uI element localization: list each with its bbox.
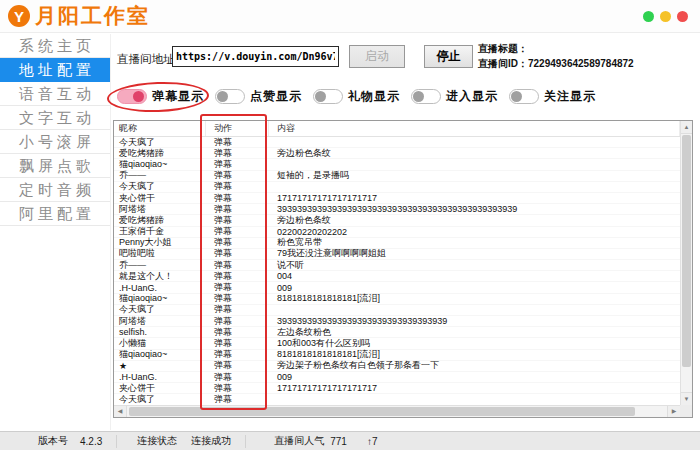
sidebar-item-3[interactable]: 语音互动 bbox=[0, 82, 110, 106]
sidebar-item-8[interactable]: 阿里配置 bbox=[0, 202, 110, 226]
vertical-scrollbar[interactable]: ▲ ▼ bbox=[680, 121, 692, 405]
table-cell: .H-UanG. bbox=[114, 283, 206, 293]
room-id-label: 直播间ID： bbox=[478, 58, 528, 69]
column-header-nickname[interactable]: 昵称 bbox=[114, 121, 206, 136]
sidebar: 系统主页地址配置语音互动文字互动小号滚屏飘屏点歌定时音频阿里配置 bbox=[0, 34, 111, 430]
toggle-switch-3[interactable] bbox=[313, 89, 343, 104]
table-cell: selfish. bbox=[114, 327, 206, 337]
connection-status-value: 连接成功 bbox=[191, 434, 231, 448]
sidebar-item-7[interactable]: 定时音频 bbox=[0, 178, 110, 202]
title-bar: Y 月阳工作室 bbox=[0, 0, 700, 33]
horizontal-scroll-thumb[interactable] bbox=[129, 407, 635, 416]
status-bar: 版本号 4.2.3 连接状态 连接成功 直播间人气 771 ↑7 bbox=[0, 431, 700, 450]
toggle-group-2: 点赞显示 bbox=[215, 88, 302, 105]
toggle-group-1: 弹幕显示 bbox=[117, 88, 204, 105]
toggle-label-4: 进入显示 bbox=[446, 88, 498, 105]
toggle-label-3: 礼物显示 bbox=[348, 88, 400, 105]
toggle-knob-icon bbox=[217, 91, 228, 102]
horizontal-scrollbar[interactable]: ◀ ▶ bbox=[114, 405, 680, 417]
toggle-knob-icon bbox=[133, 91, 144, 102]
table-body: 今天疯了弹幕爱吃烤猪蹄弹幕旁边粉色条纹猫qiaoqiao~弹幕乔——弹幕短袖的，… bbox=[114, 137, 680, 405]
toggle-knob-icon bbox=[315, 91, 326, 102]
start-button[interactable]: 启动 bbox=[349, 45, 405, 68]
table-cell: 说不听 bbox=[269, 259, 680, 272]
table-cell: 3939393939393939393939393939393939393939… bbox=[269, 204, 680, 214]
live-info-block: 直播标题： 直播间ID：7229493642589784872 bbox=[478, 41, 634, 71]
table-cell: 今天疯了 bbox=[114, 393, 206, 405]
room-address-label: 直播间地址 bbox=[117, 52, 175, 67]
sidebar-item-2[interactable]: 地址配置 bbox=[0, 58, 110, 82]
popularity-value: 771 bbox=[330, 436, 347, 447]
table-cell: .H-UanG. bbox=[114, 372, 206, 382]
toggle-group-3: 礼物显示 bbox=[313, 88, 400, 105]
status-separator bbox=[116, 435, 117, 448]
table-cell: 02200220202202 bbox=[269, 227, 680, 237]
sidebar-item-1[interactable]: 系统主页 bbox=[0, 34, 110, 58]
toggle-label-5: 关注显示 bbox=[544, 88, 596, 105]
table-cell: 17171717171717171717 bbox=[269, 383, 680, 393]
toggle-group-4: 进入显示 bbox=[411, 88, 498, 105]
toggle-label-2: 点赞显示 bbox=[250, 88, 302, 105]
toggle-group-5: 关注显示 bbox=[509, 88, 596, 105]
display-toggle-row: 弹幕显示点赞显示礼物显示进入显示关注显示 bbox=[117, 88, 607, 105]
table-cell: 009 bbox=[269, 372, 680, 382]
table-cell: 就是这个人！ bbox=[114, 270, 206, 283]
sidebar-item-6[interactable]: 飘屏点歌 bbox=[0, 154, 110, 178]
toggle-switch-2[interactable] bbox=[215, 89, 245, 104]
table-cell: 弹幕 bbox=[206, 393, 269, 405]
toggle-switch-4[interactable] bbox=[411, 89, 441, 104]
vertical-scroll-thumb[interactable] bbox=[682, 135, 691, 367]
table-cell: 阿塔塔 bbox=[114, 315, 206, 328]
column-header-action[interactable]: 动作 bbox=[206, 121, 269, 136]
sidebar-item-4[interactable]: 文字互动 bbox=[0, 106, 110, 130]
scroll-left-icon[interactable]: ◀ bbox=[114, 406, 127, 417]
app-title: 月阳工作室 bbox=[35, 2, 150, 30]
window-buttons bbox=[643, 11, 688, 22]
table-cell: 旁边粉色条纹 bbox=[269, 214, 680, 227]
toggle-knob-icon bbox=[511, 91, 522, 102]
version-label: 版本号 bbox=[38, 434, 68, 448]
table-cell: 3939393939393939393939393939393939 bbox=[269, 316, 680, 326]
live-title-line: 直播标题： bbox=[478, 41, 634, 56]
column-header-content[interactable]: 内容 bbox=[269, 121, 680, 136]
room-address-input[interactable] bbox=[172, 46, 339, 67]
table-row[interactable]: 今天疯了弹幕 bbox=[114, 394, 680, 405]
stop-button[interactable]: 停止 bbox=[424, 45, 473, 68]
toggle-knob-icon bbox=[413, 91, 424, 102]
message-table: 昵称 动作 内容 今天疯了弹幕爱吃烤猪蹄弹幕旁边粉色条纹猫qiaoqiao~弹幕… bbox=[113, 120, 693, 418]
table-header: 昵称 动作 内容 bbox=[114, 121, 680, 137]
scrollbar-corner bbox=[680, 405, 692, 417]
table-cell: 短袖的，是录播吗 bbox=[269, 169, 680, 182]
live-title-label: 直播标题： bbox=[478, 43, 528, 54]
table-cell: 旁边架子粉色条纹有白色领子那条看一下 bbox=[269, 359, 680, 372]
sidebar-item-5[interactable]: 小号滚屏 bbox=[0, 130, 110, 154]
room-id-value: 7229493642589784872 bbox=[528, 58, 634, 69]
table-cell: ★ bbox=[114, 361, 206, 371]
popularity-trend: ↑7 bbox=[367, 436, 378, 447]
table-row[interactable]: 就是这个人！弹幕004 bbox=[114, 271, 680, 282]
toggle-switch-1[interactable] bbox=[117, 89, 147, 104]
scroll-down-icon[interactable]: ▼ bbox=[681, 392, 692, 405]
toggle-switch-5[interactable] bbox=[509, 89, 539, 104]
popularity-label: 直播间人气 bbox=[274, 434, 324, 448]
room-id-line: 直播间ID：7229493642589784872 bbox=[478, 56, 634, 71]
scroll-right-icon[interactable]: ▶ bbox=[667, 406, 680, 417]
toggle-label-1: 弹幕显示 bbox=[152, 88, 204, 105]
connection-status-label: 连接状态 bbox=[137, 434, 177, 448]
table-cell: 猫qiaoqiao~ bbox=[114, 348, 206, 361]
version-value: 4.2.3 bbox=[80, 436, 102, 447]
table-cell: 17171717171717171717 bbox=[269, 193, 680, 203]
table-cell: 004 bbox=[269, 271, 680, 281]
scroll-up-icon[interactable]: ▲ bbox=[681, 121, 692, 134]
window-minimize-button[interactable] bbox=[643, 11, 654, 22]
window-maximize-button[interactable] bbox=[660, 11, 671, 22]
table-cell: 009 bbox=[269, 283, 680, 293]
app-logo-icon: Y bbox=[8, 5, 30, 27]
window-close-button[interactable] bbox=[677, 11, 688, 22]
table-cell: 旁边粉色条纹 bbox=[269, 147, 680, 160]
table-row[interactable]: ★弹幕旁边架子粉色条纹有白色领子那条看一下 bbox=[114, 361, 680, 372]
table-cell: 8181818181818181[流泪] bbox=[269, 292, 680, 305]
status-separator bbox=[245, 435, 246, 448]
